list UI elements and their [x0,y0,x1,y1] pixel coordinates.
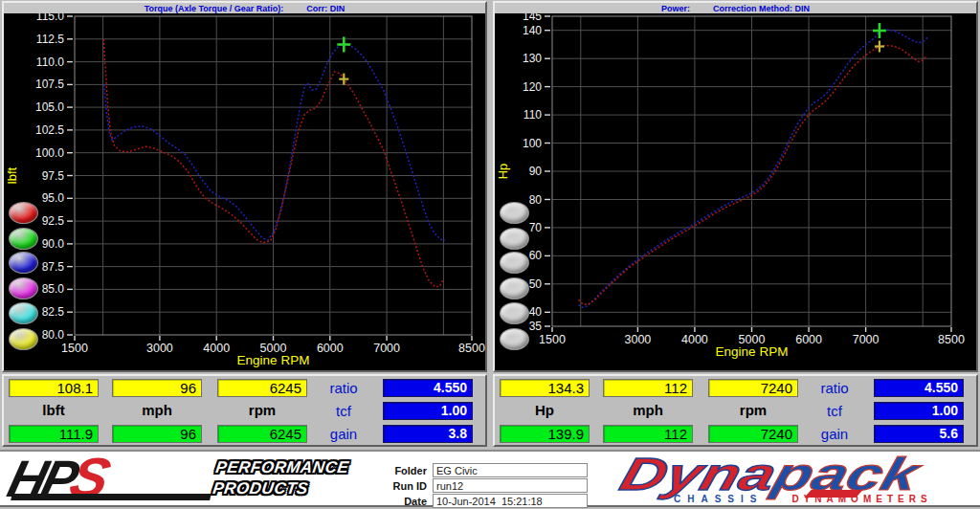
run-color-button-4[interactable] [500,277,529,299]
y-tick-label: 107.5 [35,77,64,91]
dyno-app-window: Torque (Axle Torque / Gear Ratio): Corr:… [0,0,980,509]
footer-bar: HPS PERFORMANCE PRODUCTS Folder Run ID D… [0,450,980,507]
y-tick-label: 90.0 [42,237,65,251]
power-chart: 1451401301201101009080706050403515003000… [495,13,976,370]
x-tick-label: 7000 [853,333,880,346]
y-tick-label: 70 [529,221,543,234]
run-color-button-2[interactable] [500,228,529,250]
tcf-label: tcf [807,402,862,420]
dynapack-logo: Dynapack CHASSISDYNAMOMETERS [620,452,974,507]
x-axis-label: Engine RPM [237,353,310,367]
run-color-button-1[interactable] [9,202,38,224]
torque-gain-value: 3.8 [383,425,473,443]
hps-tagline-line2: PRODUCTS [212,478,347,499]
y-tick-label: 140 [523,24,542,37]
run-color-button-5[interactable] [9,302,38,324]
gain-label: gain [316,425,371,443]
folder-field[interactable] [433,463,588,477]
dynapack-dynamometers-label: DYNAMOMETERS [791,494,931,504]
power-gain-value: 5.6 [874,425,964,443]
run-color-button-3[interactable] [9,252,38,274]
gain-label: gain [807,425,862,443]
y-tick-label: 100.0 [35,146,64,160]
curve-run-measured-red [578,46,926,305]
power-cursor-value: 134.3 [500,379,590,397]
rpm-unit-label: rpm [217,401,307,419]
date-label: Date [356,495,427,508]
dynapack-word-dyna: Dyna [614,449,782,499]
y-tick-label: 120 [523,80,542,94]
y-tick-label: 40 [529,305,543,319]
power-chart-panel: Power: Correction Method: DIN 1451401301… [493,1,978,372]
dynapack-chassis-label: CHASSIS [674,494,763,504]
y-tick-label: 110 [523,108,542,122]
power-plot-area[interactable]: 1451401301201101009080706050403515003000… [495,13,976,370]
power-ratio-value: 4.550 [874,379,964,397]
x-tick-label: 1500 [61,342,88,355]
y-tick-label: 92.5 [42,214,65,228]
curve-run-corrected-blue [578,30,928,307]
run-color-button-1[interactable] [500,202,529,224]
rpm-unit-label: rpm [708,401,798,419]
y-tick-label: 130 [523,52,542,65]
y-tick-label: 87.5 [42,260,65,274]
y-tick-label: 50 [529,277,543,291]
torque-peak-value: 111.9 [9,425,99,443]
y-tick-label: 110.0 [36,55,64,69]
power-correction-label: Correction Method: DIN [713,4,810,13]
y-tick-label: 90 [529,165,543,178]
y-tick-label: 115.0 [36,13,64,23]
y-tick-label: 80.0 [42,328,65,342]
speed-unit-label: mph [603,401,693,419]
run-id-field[interactable] [433,478,588,493]
folder-label: Folder [356,464,427,477]
power-cursor-rpm: 7240 [708,379,798,397]
torque-stats-panel: 108.1 96 6245 lbft mph rpm 111.9 96 6245… [2,374,487,447]
torque-correction-label: Corr: DIN [306,4,345,13]
power-peak-speed: 112 [603,425,693,443]
run-color-button-6[interactable] [500,328,529,350]
power-title: Power: [661,4,690,13]
y-tick-label: 100 [523,137,542,150]
curve-run-corrected-blue [104,45,445,241]
torque-cursor-speed: 96 [112,379,202,397]
y-axis-unit-label: lbft [5,166,19,184]
x-tick-label: 3000 [624,333,651,346]
y-tick-label: 112.5 [36,33,64,46]
torque-title-bar: Torque (Axle Torque / Gear Ratio): Corr:… [4,3,485,13]
ratio-label: ratio [316,379,371,397]
y-tick-label: 35 [529,320,543,333]
run-color-button-6[interactable] [9,328,38,350]
hps-logo-underline [11,494,212,500]
dynapack-subtitle: CHASSISDYNAMOMETERS [674,494,932,504]
power-cursor-speed: 112 [603,379,693,397]
power-stats-panel: 134.3 112 7240 Hp mph rpm 139.9 112 7240… [493,374,978,447]
y-tick-label: 85.0 [42,282,65,296]
x-tick-label: 8500 [938,333,965,346]
date-field[interactable] [433,494,588,508]
x-tick-label: 4000 [203,342,230,355]
y-tick-label: 145 [523,13,542,23]
run-color-button-4[interactable] [9,277,38,299]
y-tick-label: 97.5 [42,169,65,183]
x-tick-label: 1500 [539,333,566,346]
run-color-button-2[interactable] [9,228,38,250]
hps-logo-tagline: PERFORMANCE PRODUCTS [212,457,350,499]
x-tick-label: 4000 [681,333,708,346]
run-color-button-3[interactable] [500,252,529,274]
torque-peak-rpm: 6245 [217,425,307,443]
run-color-button-5[interactable] [500,302,529,324]
torque-plot-area[interactable]: 115.0112.5110.0107.5105.0102.5100.097.59… [4,13,485,370]
dynapack-wordmark: Dynapack [614,450,924,499]
x-tick-label: 6000 [317,342,344,355]
hps-tagline-line1: PERFORMANCE [214,457,350,478]
power-peak-rpm: 7240 [708,425,798,443]
x-tick-label: 7000 [373,342,400,355]
power-title-bar: Power: Correction Method: DIN [495,3,976,13]
ratio-label: ratio [807,379,862,397]
x-tick-label: 8500 [458,342,485,355]
y-axis-unit-label: Hp [496,164,510,180]
y-tick-label: 105.0 [35,100,64,114]
y-tick-label: 102.5 [35,123,64,137]
y-tick-label: 80 [529,193,543,207]
